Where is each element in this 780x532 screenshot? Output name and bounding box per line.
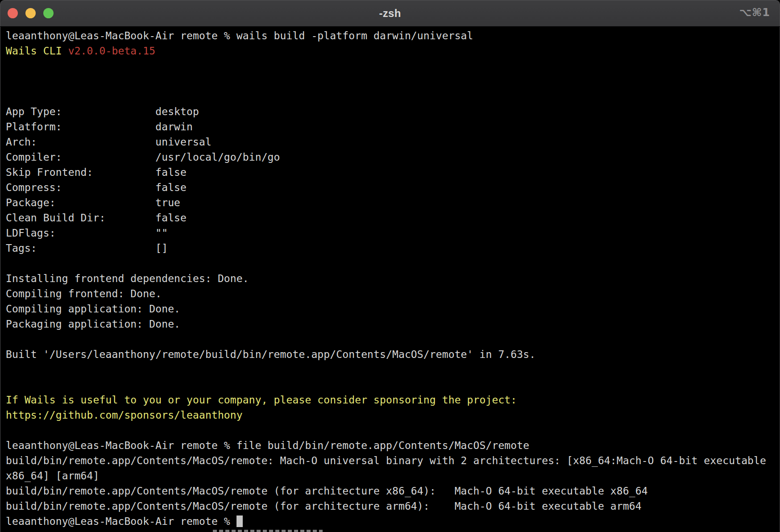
window-shortcut-badge: ⌥⌘1 [739,6,770,19]
terminal-line: build/bin/remote.app/Contents/MacOS/remo… [6,483,780,499]
terminal-output[interactable]: leaanthony@Leas-MacBook-Air remote % wai… [0,27,780,532]
terminal-line: build/bin/remote.app/Contents/MacOS/remo… [6,453,780,468]
terminal-line: Platform: darwin [6,119,780,134]
terminal-line: If Wails is useful to you or your compan… [6,392,780,407]
terminal-line [6,362,780,377]
zoom-button[interactable] [43,8,54,18]
terminal-line: Packaging application: Done. [6,316,780,332]
terminal-line: Compress: false [6,180,780,195]
terminal-line [6,423,780,438]
terminal-line: leaanthony@Leas-MacBook-Air remote % fil… [6,438,780,453]
terminal-line: Built '/Users/leaanthony/remote/build/bi… [6,347,780,362]
titlebar[interactable]: -zsh ⌥⌘1 [0,0,780,27]
terminal-line: Wails CLI v2.0.0-beta.15 [6,43,780,58]
terminal-line: Package: true [6,195,780,210]
terminal-line [6,89,780,104]
terminal-line: build/bin/remote.app/Contents/MacOS/remo… [6,499,780,514]
terminal-line: Tags: [] [6,241,780,256]
terminal-line [6,58,780,74]
terminal-line: Compiling application: Done. [6,301,780,316]
terminal-line: leaanthony@Leas-MacBook-Air remote % [6,514,780,529]
terminal-line: https://github.com/sponsors/leaanthony [6,407,780,423]
clipped-line-fragment [213,530,323,532]
terminal-line: App Type: desktop [6,104,780,119]
window-title: -zsh [379,7,401,20]
traffic-lights [8,8,54,18]
terminal-line [6,256,780,271]
terminal-cursor [236,515,243,527]
terminal-line: Compiling frontend: Done. [6,286,780,301]
terminal-line: Skip Frontend: false [6,165,780,180]
minimize-button[interactable] [25,8,36,18]
terminal-line [6,74,780,89]
terminal-line: Compiler: /usr/local/go/bin/go [6,150,780,165]
terminal-line [6,377,780,392]
close-button[interactable] [8,8,18,18]
terminal-line: LDFlags: "" [6,225,780,241]
terminal-line: Arch: universal [6,134,780,150]
terminal-window: -zsh ⌥⌘1 leaanthony@Leas-MacBook-Air rem… [0,0,780,532]
terminal-line [6,332,780,347]
terminal-line: Installing frontend dependencies: Done. [6,271,780,286]
terminal-line: leaanthony@Leas-MacBook-Air remote % wai… [6,28,780,43]
terminal-line: Clean Build Dir: false [6,210,780,225]
terminal-line: x86_64] [arm64] [6,468,780,483]
